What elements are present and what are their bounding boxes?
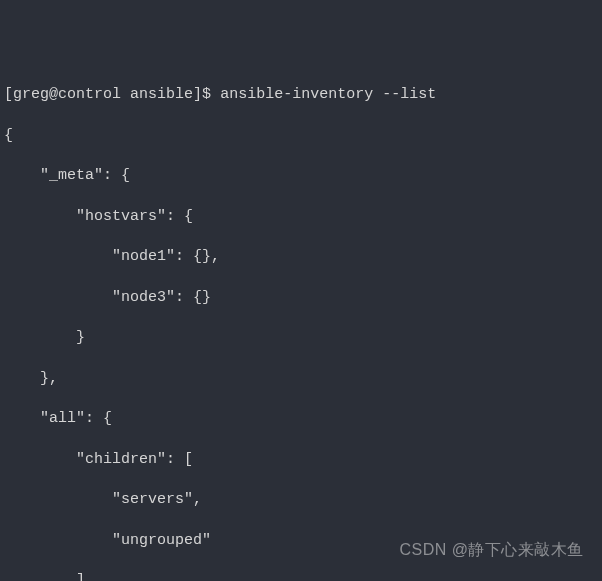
- output-line: "hostvars": {: [4, 207, 602, 227]
- command-text: ansible-inventory --list: [220, 86, 436, 103]
- output-line: ]: [4, 571, 602, 581]
- output-line: "children": [: [4, 450, 602, 470]
- prompt-symbol: $: [202, 86, 211, 103]
- prompt-host: control: [58, 86, 121, 103]
- prompt-user: greg: [13, 86, 49, 103]
- output-line: "servers",: [4, 490, 602, 510]
- output-line: "_meta": {: [4, 166, 602, 186]
- output-line: }: [4, 328, 602, 348]
- output-line: "all": {: [4, 409, 602, 429]
- output-line: {: [4, 126, 602, 146]
- terminal-prompt-line[interactable]: [greg@control ansible]$ ansible-inventor…: [4, 85, 602, 105]
- output-line: "node1": {},: [4, 247, 602, 267]
- output-line: },: [4, 369, 602, 389]
- prompt-cwd: ansible: [130, 86, 193, 103]
- watermark-text: CSDN @静下心来敲木鱼: [399, 539, 584, 561]
- output-line: "node3": {}: [4, 288, 602, 308]
